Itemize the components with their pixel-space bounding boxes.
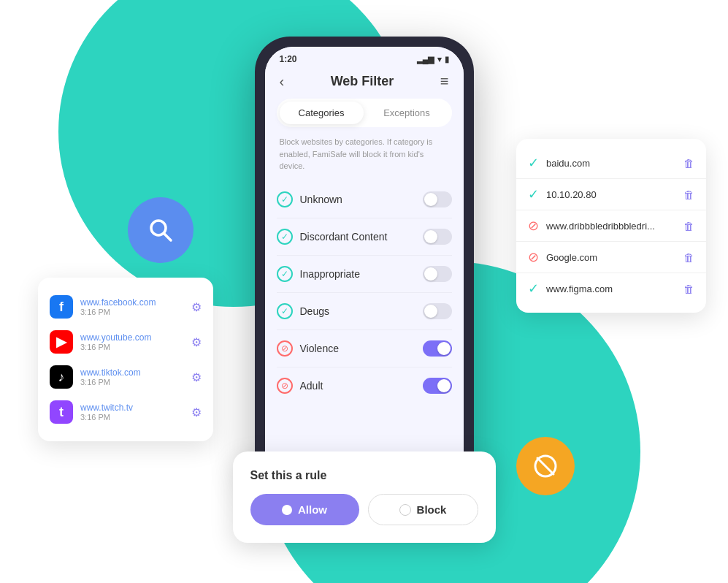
phone-mockup: 1:20 ▂▄▆ ▾ ▮ ‹ Web Filter ≡ Categories E… — [255, 37, 474, 489]
toggle-unknown[interactable] — [423, 191, 452, 207]
toggle-discordant[interactable] — [423, 229, 452, 245]
status-bar: 1:20 ▂▄▆ ▾ ▮ — [265, 47, 464, 67]
check-icon: ✓ — [528, 281, 539, 297]
list-item: ⊘ Violence — [277, 330, 452, 367]
twitch-icon: t — [50, 400, 73, 424]
time-label: 3:16 PM — [80, 343, 184, 351]
toggle-deugs[interactable] — [423, 303, 452, 319]
time-label: 3:16 PM — [80, 413, 184, 422]
svg-line-1 — [164, 234, 172, 241]
trash-icon[interactable]: 🗑 — [683, 283, 694, 295]
exceptions-card: ✓ baidu.com 🗑 ✓ 10.10.20.80 🗑 ⊘ www.drib… — [516, 139, 706, 313]
check-circle-icon: ✓ — [277, 266, 293, 282]
gear-icon[interactable]: ⚙ — [191, 300, 202, 314]
facebook-icon: f — [50, 295, 73, 319]
toggle-violence[interactable] — [423, 340, 452, 357]
gear-icon[interactable]: ⚙ — [191, 335, 202, 349]
list-item: ⊘ Adult — [277, 367, 452, 404]
list-item: ✓ 10.10.20.80 🗑 — [516, 178, 706, 210]
list-item: ✓ baidu.com 🗑 — [516, 148, 706, 178]
wifi-icon: ▾ — [437, 55, 442, 64]
screen-title: Web Filter — [331, 74, 394, 89]
list-item: ✓ Unknown — [277, 181, 452, 218]
menu-button[interactable]: ≡ — [440, 73, 449, 90]
status-icons: ▂▄▆ ▾ ▮ — [417, 55, 449, 64]
app-header: ‹ Web Filter ≡ — [265, 67, 464, 99]
description-text: Block websites by categories. If categor… — [265, 133, 464, 181]
block-circle — [516, 437, 575, 495]
filter-label: Unknown — [300, 194, 415, 205]
search-circle — [128, 197, 194, 263]
block-icon: ⊘ — [528, 249, 539, 265]
check-icon: ✓ — [528, 155, 539, 171]
trash-icon[interactable]: 🗑 — [683, 188, 694, 201]
list-item: ✓ Deugs — [277, 293, 452, 330]
block-circle-icon: ⊘ — [277, 378, 293, 394]
trash-icon[interactable]: 🗑 — [683, 157, 694, 169]
rule-buttons: Allow Block — [250, 494, 478, 525]
list-item: ♪ www.tiktok.com 3:16 PM ⚙ — [38, 359, 213, 395]
block-button[interactable]: Block — [368, 494, 478, 525]
phone-screen: 1:20 ▂▄▆ ▾ ▮ ‹ Web Filter ≡ Categories E… — [265, 47, 464, 479]
time-label: 3:16 PM — [80, 378, 184, 386]
url-label: www.facebook.com — [80, 297, 184, 308]
check-circle-icon: ✓ — [277, 303, 293, 319]
domain-label: www.figma.com — [546, 283, 676, 294]
domain-label: Google.com — [546, 252, 676, 263]
signal-icon: ▂▄▆ — [417, 55, 434, 64]
filter-label: Violence — [300, 343, 415, 354]
trash-icon[interactable]: 🗑 — [683, 251, 694, 264]
block-circle-icon: ⊘ — [277, 340, 293, 357]
filter-label: Adult — [300, 380, 415, 392]
history-card: f www.facebook.com 3:16 PM ⚙ ▶ www.youtu… — [38, 278, 213, 441]
svg-line-3 — [537, 458, 553, 474]
list-item: ✓ Inappropriate — [277, 256, 452, 293]
list-item: ▶ www.youtube.com 3:16 PM ⚙ — [38, 324, 213, 359]
list-item: ✓ www.figma.com 🗑 — [516, 273, 706, 304]
list-item: ⊘ Google.com 🗑 — [516, 241, 706, 273]
filter-label: Inappropriate — [300, 268, 415, 280]
check-circle-icon: ✓ — [277, 229, 293, 245]
time-label: 3:16 PM — [80, 308, 184, 316]
tab-categories[interactable]: Categories — [280, 102, 364, 124]
toggle-adult[interactable] — [423, 378, 452, 394]
gear-icon[interactable]: ⚙ — [191, 370, 202, 384]
trash-icon[interactable]: 🗑 — [683, 220, 694, 232]
rule-card-title: Set this a rule — [250, 469, 478, 482]
battery-icon: ▮ — [445, 55, 449, 64]
rule-card: Set this a rule Allow Block — [233, 451, 496, 543]
block-icon: ⊘ — [528, 218, 539, 234]
list-item: f www.facebook.com 3:16 PM ⚙ — [38, 289, 213, 324]
tab-bar: Categories Exceptions — [277, 99, 452, 127]
tiktok-icon: ♪ — [50, 365, 73, 389]
domain-label: www.dribbbledribbbledri... — [546, 221, 676, 232]
filter-label: Deugs — [300, 305, 415, 317]
allow-button[interactable]: Allow — [250, 494, 359, 525]
check-circle-icon: ✓ — [277, 191, 293, 207]
tab-exceptions[interactable]: Exceptions — [365, 102, 449, 124]
list-item: t www.twitch.tv 3:16 PM ⚙ — [38, 395, 213, 430]
domain-label: baidu.com — [546, 158, 676, 169]
list-item: ⊘ www.dribbbledribbbledri... 🗑 — [516, 210, 706, 241]
time-display: 1:20 — [280, 54, 297, 64]
gear-icon[interactable]: ⚙ — [191, 405, 202, 419]
domain-label: 10.10.20.80 — [546, 189, 676, 200]
url-label: www.tiktok.com — [80, 367, 184, 378]
filter-label: Discordant Content — [300, 231, 415, 243]
toggle-inappropriate[interactable] — [423, 266, 452, 282]
list-item: ✓ Discordant Content — [277, 218, 452, 256]
filter-list: ✓ Unknown ✓ Discordant Content ✓ Inappro… — [265, 181, 464, 480]
url-label: www.twitch.tv — [80, 403, 184, 413]
youtube-icon: ▶ — [50, 330, 73, 354]
check-icon: ✓ — [528, 186, 539, 202]
url-label: www.youtube.com — [80, 332, 184, 343]
back-button[interactable]: ‹ — [280, 73, 285, 90]
